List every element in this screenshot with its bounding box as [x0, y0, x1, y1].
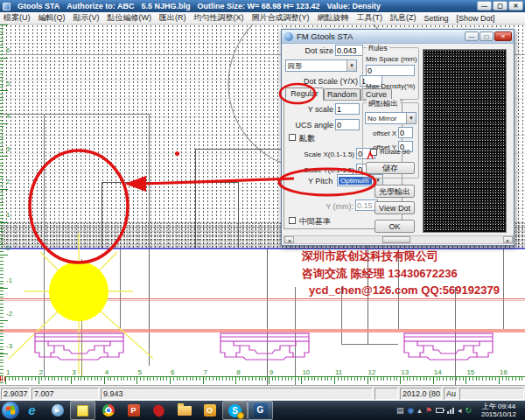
status-cell: Au	[444, 388, 458, 400]
ruler-label: 14	[434, 368, 442, 376]
maximize-button[interactable]: ▢	[493, 1, 508, 10]
random-checkbox-label: 亂數	[299, 133, 315, 144]
value-density: Value: Density	[327, 2, 382, 10]
view-dot-button[interactable]: View Dot	[374, 201, 415, 214]
offset-x-input[interactable]	[398, 127, 413, 138]
notification-badge	[237, 412, 244, 419]
red-app-icon	[151, 403, 165, 417]
menu-item[interactable]: Setting	[424, 14, 449, 23]
taskbar-item-ie[interactable]: e	[19, 401, 45, 420]
menu-item[interactable]: 點位編修(W)	[108, 12, 152, 24]
ucs-angle-input[interactable]	[335, 119, 360, 130]
ruler-label: 4	[6, 112, 10, 120]
menu-item[interactable]: 網點旋轉	[318, 12, 349, 24]
ruler-label: 10	[302, 368, 310, 376]
shape-select[interactable]: 圓形 ▼	[285, 60, 357, 72]
start-button[interactable]	[2, 402, 19, 419]
status-cell: 2.9037	[1, 388, 30, 400]
status-cell	[459, 388, 524, 400]
dialog-maximize-button[interactable]: ▢	[480, 32, 494, 41]
chevron-down-icon[interactable]: ▼	[346, 60, 356, 71]
dialog-close-button[interactable]: ✕	[494, 32, 512, 41]
ruler-label: 11	[335, 368, 342, 376]
taskbar-item-skype[interactable]: S	[222, 401, 248, 420]
taskbar-item-explorer[interactable]	[172, 401, 197, 420]
taskbar-item-red-app[interactable]	[146, 401, 172, 420]
scroll-right-arrow-icon[interactable]: ►	[503, 236, 513, 243]
y-scale-input[interactable]	[335, 103, 360, 115]
tray-case-icon[interactable]: ▤	[396, 406, 404, 415]
taskbar-item-sticky-notes[interactable]	[70, 401, 95, 420]
taskbar-clock[interactable]: 上午 09:44 2015/10/12	[475, 402, 522, 418]
update-icon[interactable]: ↻	[465, 406, 472, 415]
random-checkbox[interactable]	[289, 134, 296, 141]
ucs-angle-label: UCS angle	[284, 121, 333, 130]
taskbar: e ▶ P O S G ▤ ◉ ▴ ⚑ ◂ ↻ 上午 09:44 2015/10…	[0, 401, 525, 420]
min-space-input[interactable]	[366, 65, 415, 76]
windows-flag-icon	[5, 405, 15, 415]
menu-item[interactable]: 圖片合成調整(Y)	[252, 12, 310, 24]
menubar: 檔案(U)編輯(Q)顯示(V)點位編修(W)匯出(R)均勻性調整(X)圖片合成調…	[0, 12, 525, 24]
taskbar-item-gtools[interactable]: G	[248, 401, 273, 420]
red-circle-y-pitch	[276, 166, 378, 198]
taskbar-item-media-player[interactable]: ▶	[45, 401, 70, 420]
menu-item[interactable]: 匯出(R)	[159, 12, 186, 24]
system-tray: ▤ ◉ ▴ ⚑ ◂ ↻ 上午 09:44 2015/10/12	[396, 402, 525, 418]
center-datum-label: 中間基準	[299, 216, 331, 228]
taskbar-item-outlook[interactable]: O	[197, 401, 222, 420]
volume-icon[interactable]: ◂	[458, 406, 462, 415]
menu-item[interactable]: 顯示(V)	[74, 12, 100, 24]
scrollbar-thumb[interactable]	[382, 236, 410, 243]
clock-date: 2015/10/12	[475, 410, 522, 418]
minimize-button[interactable]: —	[477, 1, 492, 10]
ruler-label: 2	[6, 178, 10, 186]
rules-group-title: Rules	[367, 44, 389, 52]
scale-x-label: Scale X(0.1-1.5)	[284, 150, 354, 158]
y-mm-label: Y (mm):	[308, 202, 354, 211]
ruler-label: 15	[466, 368, 474, 376]
taskbar-item-chrome[interactable]	[95, 401, 121, 420]
ruler-label: 5	[6, 80, 10, 88]
mirror-select[interactable]: No Mirror ▼	[365, 112, 416, 124]
dialog-minimize-button[interactable]: —	[465, 32, 479, 41]
tray-shield-icon[interactable]: ◉	[407, 406, 414, 415]
part-outline	[29, 332, 130, 366]
taskbar-item-powerpoint[interactable]: P	[121, 401, 146, 420]
menu-item[interactable]: 均勻性調整(X)	[194, 12, 244, 24]
close-button[interactable]: ✕	[508, 1, 523, 10]
status-cell: 7.007	[32, 388, 99, 400]
menu-item[interactable]: 編輯(Q)	[38, 12, 66, 24]
network-signal-icon[interactable]	[447, 408, 454, 414]
authorize-text: Authorize to: ABC	[66, 2, 134, 10]
cad-vline	[503, 248, 504, 329]
ruler-label: 9	[270, 368, 273, 376]
horizontal-scrollbar[interactable]: ◄ ►	[284, 235, 514, 244]
menu-item[interactable]: 檔案(U)	[4, 12, 31, 24]
tray-show-hidden-icons-arrow[interactable]: ▴	[417, 406, 422, 415]
dot-size-input[interactable]	[335, 45, 363, 56]
folder-icon	[178, 406, 192, 416]
sticky-note-icon	[77, 405, 88, 416]
battery-icon[interactable]	[436, 408, 444, 413]
ok-button[interactable]: OK	[374, 220, 415, 233]
mirror-select-value: No Mirror	[366, 115, 406, 122]
tray-flag-icon[interactable]: ⚑	[425, 406, 432, 415]
center-datum-checkbox[interactable]	[289, 217, 296, 224]
ruler-label: -1	[6, 276, 12, 284]
ruler-label: 12	[368, 368, 376, 376]
tab-random[interactable]: Random	[324, 88, 360, 101]
chevron-down-icon[interactable]: ▼	[406, 113, 416, 123]
ruler-label: 6	[171, 368, 174, 376]
red-ruler-ticks	[0, 376, 6, 382]
menu-item[interactable]: [Show Dot]	[457, 14, 495, 23]
menu-item[interactable]: 工具(T)	[357, 12, 383, 24]
media-player-icon: ▶	[52, 404, 64, 416]
menu-item[interactable]: 訊息(Z)	[390, 12, 416, 24]
status-cell: 2012.0 (80.0)	[400, 388, 442, 400]
optical-output-button[interactable]: 光學輸出	[374, 185, 415, 198]
scroll-left-arrow-icon[interactable]: ◄	[284, 236, 294, 243]
ruler-label: 3	[6, 145, 10, 153]
watermark-line3: ycd_chen@126.com QQ:569192379	[309, 284, 500, 297]
status-cell: 9.943	[101, 388, 373, 400]
red-circle-regular-tab	[277, 81, 318, 106]
